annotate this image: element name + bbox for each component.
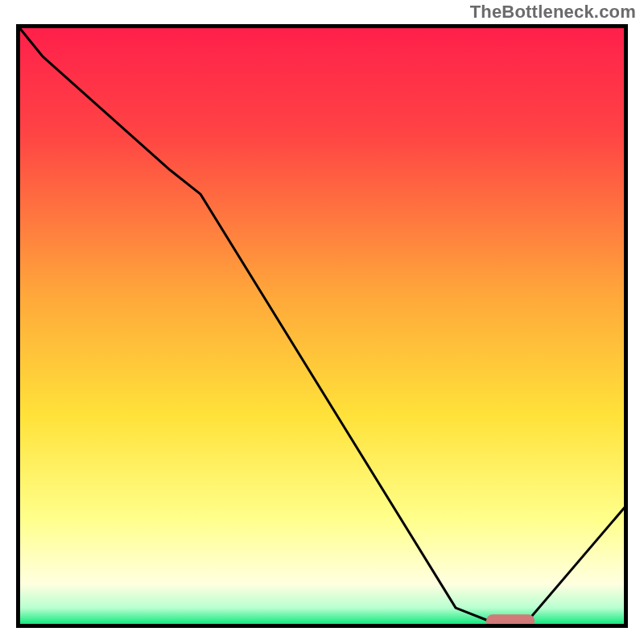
chart-svg xyxy=(16,24,628,628)
chart-frame xyxy=(16,24,628,628)
watermark-text: TheBottleneck.com xyxy=(470,2,636,23)
chart-container: TheBottleneck.com xyxy=(0,0,644,644)
